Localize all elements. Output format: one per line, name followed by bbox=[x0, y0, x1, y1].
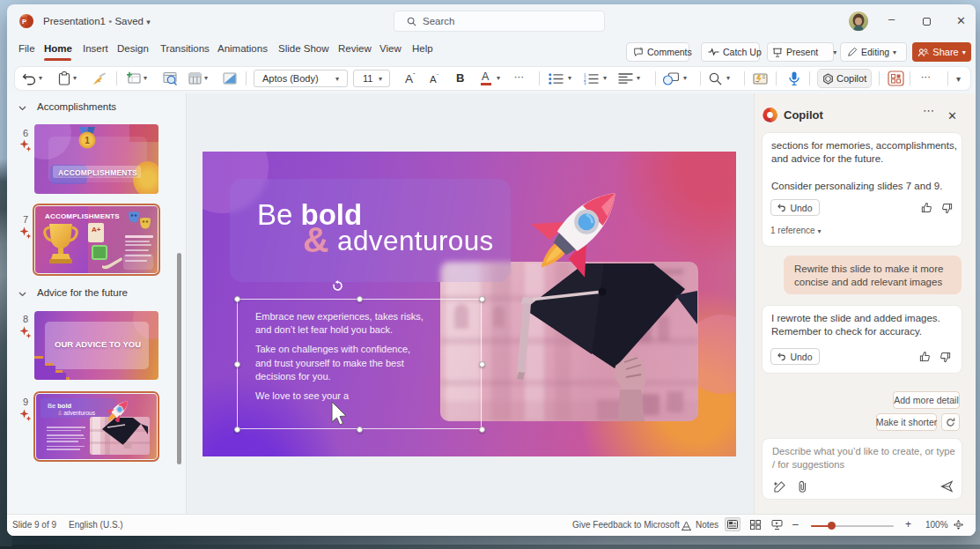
svg-text:3: 3 bbox=[584, 81, 586, 85]
svg-text:P: P bbox=[22, 18, 26, 26]
svg-text:1: 1 bbox=[85, 136, 90, 145]
